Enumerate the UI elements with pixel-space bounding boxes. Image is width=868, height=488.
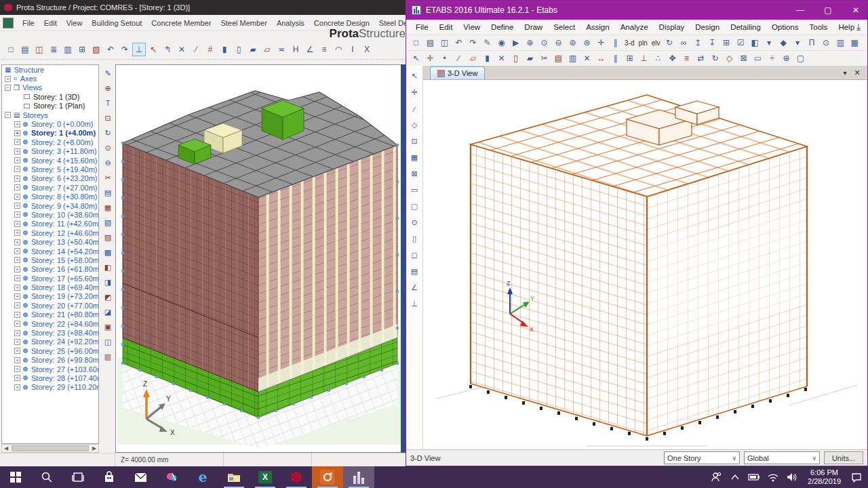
check-model[interactable]: ▢ — [793, 52, 808, 65]
storey-row[interactable]: + Storey: 18 (+69.40m) — [2, 283, 98, 291]
etabs-menu-item[interactable]: Define — [486, 20, 519, 35]
storey-row[interactable]: + Storey: 22 (+84.60m) — [2, 319, 98, 328]
storey-row[interactable]: + Storey: 27 (+103.60m) — [2, 365, 98, 373]
expand-icon[interactable]: + — [14, 321, 20, 327]
object-shrink-toggle[interactable]: ◧ — [748, 36, 762, 49]
storey-row[interactable]: + Storey: 9 (+34.80m) — [2, 201, 98, 210]
elevation-view[interactable]: elv — [650, 36, 663, 49]
stair[interactable]: ≡ — [317, 43, 331, 56]
storey-insert[interactable]: ▨ — [102, 231, 114, 243]
draw-line[interactable]: ∕ — [189, 43, 203, 56]
draw-point-slab[interactable]: ⊙ — [408, 216, 421, 229]
draw-frame[interactable]: Π — [805, 36, 819, 49]
storey-row[interactable]: + Storey: 20 (+77.00m) — [2, 301, 98, 310]
etabs-menu-item[interactable]: Help — [833, 20, 860, 35]
prota-menu-app-icon[interactable] — [3, 18, 14, 28]
storey-row[interactable]: + Storey: 1 (+4.00m) — [2, 129, 98, 138]
expand-icon[interactable]: + — [14, 275, 20, 281]
pan[interactable]: ⊕ — [102, 82, 114, 94]
paint-3d-button[interactable] — [156, 466, 187, 488]
view-item[interactable]: Storey: 1 (Plan) — [2, 102, 98, 110]
move[interactable]: ✥ — [665, 52, 679, 65]
prota-menu-item[interactable]: Building Setout — [87, 15, 146, 31]
move-up-in-list[interactable]: ↥ — [691, 36, 705, 49]
prota-scrollbar-sliver[interactable] — [401, 64, 406, 453]
minimize-button[interactable]: — — [789, 1, 812, 20]
storey-settings[interactable]: ▦ — [102, 201, 114, 214]
zoom-selected[interactable]: ⊙ — [102, 142, 114, 154]
prota-structure-button[interactable] — [312, 466, 343, 488]
prota-menu-item[interactable]: File — [18, 15, 39, 31]
storey-paste[interactable]: ◨ — [102, 276, 114, 288]
expand-icon[interactable]: + — [14, 302, 20, 308]
set-display-options[interactable]: ☑ — [734, 36, 748, 49]
expand-icon[interactable]: + — [14, 221, 20, 227]
storey-row[interactable]: + Storey: 23 (+88.40m) — [2, 328, 98, 337]
hidden-icons-button[interactable] — [726, 474, 744, 481]
mesh[interactable]: ▭ — [751, 52, 765, 65]
merge[interactable]: ◇ — [722, 52, 736, 65]
storey-row[interactable]: + Storey: 6 (+23.20m) — [2, 174, 98, 183]
etabs-button[interactable] — [343, 466, 374, 488]
start-button[interactable] — [0, 466, 31, 488]
storey-row[interactable]: + Storey: 14 (+54.20m) — [2, 247, 98, 256]
rotate-view[interactable]: ↻ — [102, 127, 114, 139]
scroll-thumb[interactable] — [12, 445, 89, 451]
beam[interactable]: ≍ — [275, 43, 288, 56]
join[interactable]: ⊕ — [779, 52, 793, 65]
etabs-menu-item[interactable]: Edit — [434, 20, 458, 35]
draw-line[interactable]: ∕ — [408, 102, 421, 115]
annotate-pen[interactable]: ✎ — [480, 36, 494, 49]
undo[interactable]: ↶ — [104, 43, 117, 56]
storey-row[interactable]: + Storey: 4 (+15.60m) — [2, 156, 98, 165]
prota-menu-item[interactable]: Concrete Member — [146, 15, 216, 31]
etabs-menu-item[interactable]: Design — [690, 20, 725, 35]
undo[interactable]: ↶ — [452, 36, 466, 49]
expand-icon[interactable]: + — [14, 166, 20, 172]
text-label[interactable]: T — [102, 97, 114, 109]
paste[interactable]: ▥ — [566, 52, 580, 65]
expand-icon[interactable]: + — [14, 184, 20, 190]
storey-manager[interactable]: ▣ — [102, 321, 114, 333]
storey-row[interactable]: + Storey: 21 (+80.80m) — [2, 310, 98, 319]
action-center-button[interactable] — [848, 472, 865, 483]
taskbar-clock[interactable]: 6:06 PM 2/28/2019 — [802, 468, 846, 486]
i-section[interactable]: I — [346, 43, 359, 56]
prota-3d-viewport[interactable]: Z Y X — [115, 64, 404, 453]
tab-close-icon[interactable]: ✕ — [851, 68, 863, 77]
draw-joint[interactable]: ⊙ — [819, 36, 833, 49]
column[interactable]: ▮ — [218, 43, 231, 56]
expand-icon[interactable]: + — [14, 384, 20, 390]
tab-3d-view[interactable]: 3-D View — [430, 66, 485, 79]
zoom-window[interactable]: ⊕ — [523, 36, 537, 49]
draw-special-joint[interactable]: ⊡ — [408, 135, 421, 148]
redo[interactable]: ↷ — [118, 43, 132, 56]
expand-icon[interactable]: + — [14, 357, 20, 363]
expand-icon[interactable]: + — [14, 248, 20, 254]
delete[interactable]: ✕ — [175, 43, 189, 56]
expand-icon[interactable]: + — [14, 176, 20, 182]
storey-row[interactable]: + Storey: 12 (+46.60m) — [2, 228, 98, 237]
cut[interactable]: ✂ — [537, 52, 551, 65]
scroll-left-arrow[interactable]: ◀ — [2, 445, 10, 452]
etabs-menu-item[interactable]: Draw — [519, 20, 548, 35]
window-select[interactable]: ⊞ — [719, 36, 734, 49]
storey-row[interactable]: + Storey: 16 (+61.80m) — [2, 265, 98, 274]
draw-joint-2[interactable]: • — [437, 52, 452, 65]
draw-wall-2[interactable]: ▯ — [509, 52, 523, 65]
prota-menu-item[interactable]: Analysis — [272, 15, 309, 31]
zoom-previous[interactable]: ⊛ — [580, 36, 594, 49]
draw-floor-slab[interactable]: ▭ — [408, 184, 421, 197]
draw-beam[interactable]: ∕ — [452, 52, 466, 65]
tables[interactable]: ⊞ — [75, 43, 89, 56]
new-file[interactable]: □ — [4, 43, 18, 56]
people-button[interactable] — [707, 472, 725, 483]
storey-down[interactable]: ◪ — [102, 306, 114, 318]
pointer[interactable]: ↖ — [409, 52, 423, 65]
units-button[interactable]: Units... — [824, 451, 863, 464]
task-view-button[interactable] — [62, 466, 94, 488]
edge-button[interactable]: e — [187, 466, 218, 488]
etabs-menu-item[interactable]: Select — [548, 20, 580, 35]
reshape[interactable]: ✛ — [423, 52, 437, 65]
expand-icon[interactable]: + — [14, 121, 20, 127]
